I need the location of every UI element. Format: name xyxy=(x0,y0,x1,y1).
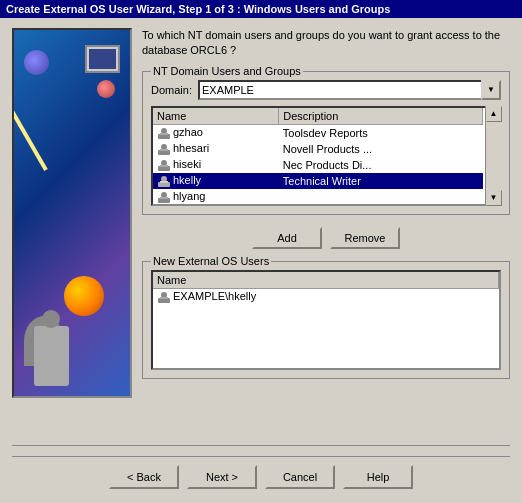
user-desc-cell xyxy=(279,189,483,205)
next-button[interactable]: Next > xyxy=(187,465,257,489)
top-section: To which NT domain users and groups do y… xyxy=(12,28,510,439)
scroll-up-arrow[interactable]: ▲ xyxy=(486,106,502,122)
user-name-cell: hlyang xyxy=(153,189,279,205)
table-row[interactable]: hkelly Technical Writer xyxy=(153,173,483,189)
user-icon xyxy=(157,190,171,204)
new-users-group-label: New External OS Users xyxy=(151,255,271,267)
svg-rect-2 xyxy=(160,133,168,135)
user-svg-icon xyxy=(157,190,171,204)
users-col-description: Description xyxy=(279,108,483,125)
title-text: Create External OS User Wizard, Step 1 o… xyxy=(6,3,390,15)
user-svg-icon xyxy=(157,142,171,156)
nt-domain-group-label: NT Domain Users and Groups xyxy=(151,65,303,77)
users-table-wrapper: Name Description xyxy=(151,106,501,206)
bottom-separator xyxy=(12,445,510,446)
user-icon xyxy=(157,290,171,304)
title-bar: Create External OS User Wizard, Step 1 o… xyxy=(0,0,522,18)
table-row[interactable]: gzhao Toolsdev Reports xyxy=(153,124,483,141)
user-name-cell: hiseki xyxy=(153,157,279,173)
users-table-header-row: Name Description xyxy=(153,108,483,125)
user-svg-icon xyxy=(157,158,171,172)
users-col-name: Name xyxy=(153,108,279,125)
planet1-decoration xyxy=(24,50,49,75)
add-remove-row: Add Remove xyxy=(142,227,510,249)
wizard-image xyxy=(12,28,132,398)
wand-decoration xyxy=(12,100,48,171)
new-users-header-row: Name xyxy=(153,272,499,289)
user-name-cell: hkelly xyxy=(153,173,279,189)
user-name-cell: hhesari xyxy=(153,141,279,157)
svg-rect-5 xyxy=(160,149,168,151)
users-table-container[interactable]: Name Description xyxy=(151,106,501,206)
nt-domain-group-box: NT Domain Users and Groups Domain: EXAMP… xyxy=(142,71,510,215)
cancel-button[interactable]: Cancel xyxy=(265,465,335,489)
planet2-decoration xyxy=(97,80,115,98)
table-row[interactable]: EXAMPLE\hkelly xyxy=(153,288,499,305)
svg-rect-14 xyxy=(160,197,168,199)
table-row[interactable]: hiseki Nec Products Di... xyxy=(153,157,483,173)
scroll-down-arrow[interactable]: ▼ xyxy=(486,190,502,206)
users-table: Name Description xyxy=(153,108,483,205)
new-users-col-name: Name xyxy=(153,272,499,289)
person-decoration xyxy=(34,326,69,386)
svg-rect-17 xyxy=(160,297,168,299)
table-row[interactable]: hhesari Novell Products ... xyxy=(153,141,483,157)
right-content: To which NT domain users and groups do y… xyxy=(142,28,510,439)
users-table-scrollbar[interactable]: ▲ ▼ xyxy=(485,106,501,206)
user-svg-icon xyxy=(157,126,171,140)
new-user-name-cell: EXAMPLE\hkelly xyxy=(153,288,499,305)
new-users-table-container[interactable]: Name xyxy=(151,270,501,370)
user-name-cell: gzhao xyxy=(153,124,279,141)
dialog-body: To which NT domain users and groups do y… xyxy=(0,18,522,499)
domain-select[interactable]: EXAMPLE xyxy=(198,80,501,100)
instruction-text: To which NT domain users and groups do y… xyxy=(142,28,510,59)
domain-label: Domain: xyxy=(151,84,192,96)
add-button[interactable]: Add xyxy=(252,227,322,249)
remove-button[interactable]: Remove xyxy=(330,227,400,249)
new-users-table: Name xyxy=(153,272,499,305)
monitor-decoration xyxy=(85,45,120,73)
back-button[interactable]: < Back xyxy=(109,465,179,489)
user-icon xyxy=(157,142,171,156)
new-users-group-box: New External OS Users Name xyxy=(142,261,510,379)
table-row[interactable]: hlyang xyxy=(153,189,483,205)
domain-select-wrapper[interactable]: EXAMPLE ▼ xyxy=(198,80,501,100)
user-svg-icon xyxy=(157,174,171,188)
sphere-decoration xyxy=(64,276,104,316)
user-svg-icon xyxy=(157,290,171,304)
user-desc-cell: Toolsdev Reports xyxy=(279,124,483,141)
bottom-buttons: < Back Next > Cancel Help xyxy=(12,456,510,489)
svg-rect-8 xyxy=(160,165,168,167)
user-icon xyxy=(157,126,171,140)
user-desc-cell: Novell Products ... xyxy=(279,141,483,157)
user-icon xyxy=(157,158,171,172)
domain-row: Domain: EXAMPLE ▼ xyxy=(151,80,501,100)
svg-rect-11 xyxy=(160,181,168,183)
user-icon xyxy=(157,174,171,188)
user-desc-cell: Technical Writer xyxy=(279,173,483,189)
user-desc-cell: Nec Products Di... xyxy=(279,157,483,173)
help-button[interactable]: Help xyxy=(343,465,413,489)
